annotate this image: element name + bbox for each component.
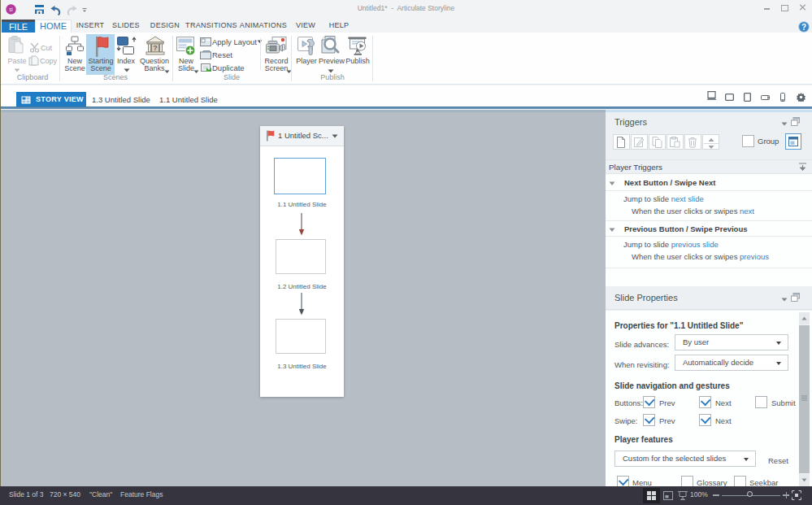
svg-text:?: ? — [801, 23, 806, 32]
svg-text:?: ? — [153, 44, 158, 52]
